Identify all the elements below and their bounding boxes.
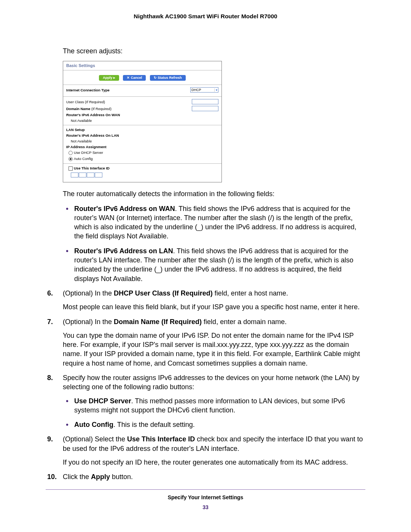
- detect-intro: The router automatically detects the inf…: [63, 189, 365, 198]
- step-9: 9. (Optional) Select the Use This Interf…: [46, 435, 365, 467]
- lan-setup-label: LAN Setup: [66, 128, 85, 132]
- footer-divider: [46, 489, 365, 490]
- user-class-input[interactable]: [192, 99, 218, 104]
- wan-addr-label: Router's IPv6 Address On WAN: [66, 113, 120, 117]
- bullet-lan: Router's IPv6 Address on LAN. This field…: [74, 246, 365, 283]
- ip-assign-label: IP Address Assignment: [66, 145, 107, 149]
- ict-select[interactable]: DHCP ▾: [190, 87, 218, 93]
- apply-button[interactable]: Apply ▸: [99, 75, 119, 81]
- router-screenshot: Basic Settings Apply ▸ ✕ Cancel ↻ Status…: [63, 61, 222, 182]
- user-class-label: User Class (If Required): [66, 100, 105, 104]
- bullet-wan: Router's IPv6 Address on WAN. This field…: [74, 204, 365, 241]
- step-10: 10. Click the Apply button.: [46, 472, 365, 481]
- intro-text: The screen adjusts:: [63, 46, 365, 56]
- use-dhcp-radio[interactable]: Use DHCP Server: [68, 150, 103, 155]
- domain-input[interactable]: [192, 106, 218, 111]
- wan-addr-value: Not Available: [71, 118, 92, 123]
- lan-addr-value: Not Available: [71, 139, 92, 143]
- domain-label: Domain Name (If Required): [66, 107, 112, 111]
- doc-header: Nighthawk AC1900 Smart WiFi Router Model…: [46, 13, 365, 20]
- step-8: 8. Specify how the router assigns IPv6 a…: [46, 373, 365, 429]
- chevron-down-icon: ▾: [214, 88, 217, 92]
- detect-bullets: Router's IPv6 Address on WAN. This field…: [63, 204, 365, 283]
- interface-id-inputs[interactable]: [63, 171, 221, 182]
- ict-value: DHCP: [191, 88, 201, 92]
- footer-section: Specify Your Internet Settings: [46, 494, 365, 500]
- ict-label: Internet Connection Type: [66, 88, 110, 92]
- steps-list: 6. (Optional) In the DHCP User Class (If…: [46, 289, 365, 482]
- step-7: 7. (Optional) In the Domain Name (If Req…: [46, 317, 365, 368]
- step-6: 6. (Optional) In the DHCP User Class (If…: [46, 289, 365, 312]
- use-interface-checkbox[interactable]: Use This Interface ID: [68, 166, 110, 171]
- auto-config-radio[interactable]: Auto Config: [68, 157, 93, 161]
- lan-addr-label: Router's IPv6 Address On LAN: [66, 133, 119, 137]
- ss-title: Basic Settings: [63, 61, 221, 70]
- bullet-auto-config: Auto Config. This is the default setting…: [74, 420, 365, 429]
- ss-button-row: Apply ▸ ✕ Cancel ↻ Status Refresh: [63, 70, 221, 85]
- page-number: 33: [46, 504, 365, 510]
- cancel-button[interactable]: ✕ Cancel: [123, 75, 146, 81]
- bullet-dhcp-server: Use DHCP Server. This method passes more…: [74, 396, 365, 415]
- status-refresh-button[interactable]: ↻ Status Refresh: [150, 75, 186, 81]
